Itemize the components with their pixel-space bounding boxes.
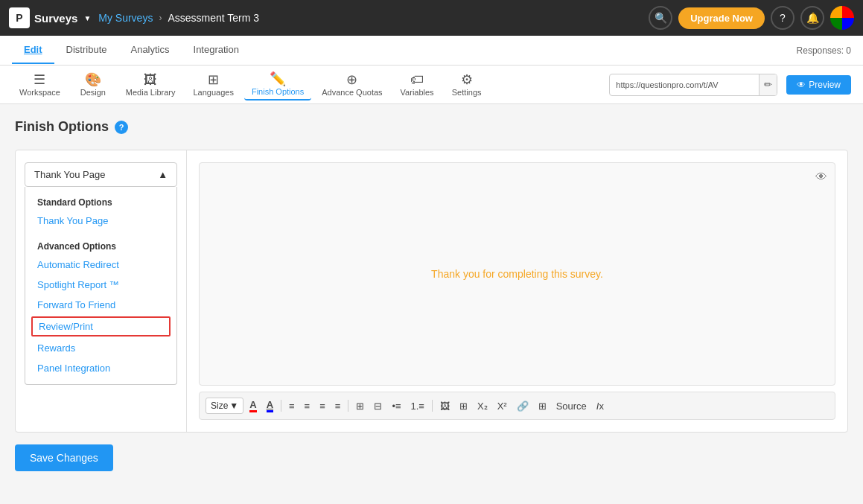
align-right-button[interactable]: ≡: [316, 398, 329, 414]
top-nav-actions: 🔍 Upgrade Now ? 🔔: [649, 6, 854, 30]
url-edit-button[interactable]: ✏: [759, 74, 777, 95]
sub-navigation: Edit Distribute Analytics Integration Re…: [0, 36, 863, 66]
nav-distribute[interactable]: Distribute: [54, 36, 119, 64]
finish-options-icon: ✏️: [270, 72, 286, 86]
app-dropdown-arrow[interactable]: ▼: [83, 14, 91, 22]
subscript-button[interactable]: X₂: [474, 398, 491, 414]
font-color-button[interactable]: A: [246, 397, 260, 415]
link-button[interactable]: 🔗: [513, 398, 532, 414]
toolbar-media-label: Media Library: [126, 88, 176, 97]
content-area: Thank You Page ▲ Standard Options Thank …: [15, 150, 848, 433]
app-logo[interactable]: P Surveys ▼: [9, 7, 91, 28]
toolbar-separator-1: [281, 400, 281, 412]
design-icon: 🎨: [85, 73, 101, 86]
font-highlight-button[interactable]: A: [263, 397, 277, 415]
toolbar-variables[interactable]: 🏷 Variables: [393, 70, 442, 100]
align-left-button[interactable]: ≡: [285, 398, 299, 414]
help-button[interactable]: ?: [771, 6, 794, 30]
editor-preview-text: Thank you for completing this survey.: [431, 268, 603, 280]
page-title: Finish Options: [15, 119, 109, 135]
breadcrumb-my-surveys[interactable]: My Surveys: [98, 12, 153, 24]
superscript-button[interactable]: X²: [494, 398, 511, 414]
editor-preview: Thank you for completing this survey. 👁: [199, 162, 835, 386]
toolbar-design-label: Design: [80, 88, 106, 97]
nav-analytics[interactable]: Analytics: [118, 36, 181, 64]
size-dropdown[interactable]: Size ▼: [206, 398, 243, 414]
toolbar-settings[interactable]: ⚙ Settings: [445, 70, 489, 100]
toolbar-advance-quotas[interactable]: ⊕ Advance Quotas: [314, 70, 389, 100]
toolbar-advance-label: Advance Quotas: [322, 88, 382, 97]
media-library-icon: 🖼: [144, 73, 157, 86]
advance-quotas-icon: ⊕: [346, 73, 357, 86]
main-content: Finish Options ? Thank You Page ▲ Standa…: [0, 104, 863, 504]
toolbar-finish-options[interactable]: ✏️ Finish Options: [244, 69, 311, 101]
indent-decrease-button[interactable]: ⊟: [370, 398, 386, 414]
page-help-icon[interactable]: ?: [115, 121, 128, 134]
app-name: Surveys: [34, 12, 77, 25]
top-navigation: P Surveys ▼ My Surveys › Assessment Term…: [0, 0, 863, 36]
align-center-button[interactable]: ≡: [301, 398, 314, 414]
clear-format-button[interactable]: Ix: [593, 398, 608, 414]
image-button[interactable]: 🖼: [436, 398, 453, 414]
standard-options-label: Standard Options: [25, 193, 176, 211]
source-label: Source: [556, 401, 587, 412]
sidebar-dropdown-button[interactable]: Thank You Page ▲: [25, 162, 177, 187]
settings-icon: ⚙: [461, 73, 473, 86]
sidebar-item-spotlight-report[interactable]: Spotlight Report ™: [25, 275, 176, 295]
preview-icon: 👁: [797, 80, 806, 90]
save-changes-button[interactable]: Save Changes: [15, 444, 113, 471]
preview-label: Preview: [809, 80, 841, 90]
sidebar-dropdown: Thank You Page ▲ Standard Options Thank …: [25, 162, 177, 385]
size-dropdown-arrow: ▼: [229, 401, 238, 411]
sidebar-dropdown-label: Thank You Page: [34, 169, 105, 180]
toolbar-settings-label: Settings: [452, 88, 482, 97]
main-toolbar: ☰ Workspace 🎨 Design 🖼 Media Library ⊞ L…: [0, 66, 863, 104]
breadcrumb-separator: ›: [159, 13, 162, 23]
sidebar-item-thank-you-page[interactable]: Thank You Page: [25, 211, 176, 231]
preview-button[interactable]: 👁 Preview: [786, 75, 851, 95]
logo-icon: P: [9, 7, 30, 28]
sidebar-dropdown-menu: Standard Options Thank You Page Advanced…: [25, 187, 177, 385]
nav-integration[interactable]: Integration: [182, 36, 251, 64]
url-input[interactable]: [610, 80, 759, 89]
sidebar-item-forward-to-friend[interactable]: Forward To Friend: [25, 295, 176, 315]
toolbar-workspace[interactable]: ☰ Workspace: [12, 70, 68, 100]
variables-icon: 🏷: [410, 73, 424, 86]
avatar-button[interactable]: [830, 6, 854, 30]
unordered-list-button[interactable]: •≡: [388, 398, 404, 414]
special-char-button[interactable]: ⊞: [535, 398, 550, 414]
sidebar-item-review-print[interactable]: Review/Print: [31, 316, 171, 336]
breadcrumb: My Surveys › Assessment Term 3: [98, 12, 641, 24]
source-button[interactable]: Source: [552, 398, 590, 414]
toolbar-workspace-label: Workspace: [19, 88, 60, 97]
sidebar-item-panel-integration[interactable]: Panel Integration: [25, 358, 176, 378]
toolbar-separator-2: [348, 400, 348, 412]
breadcrumb-current-page: Assessment Term 3: [168, 12, 259, 24]
toolbar-languages[interactable]: ⊞ Languages: [185, 70, 241, 100]
toolbar-finish-label: Finish Options: [252, 87, 304, 96]
toolbar-media-library[interactable]: 🖼 Media Library: [118, 70, 183, 100]
dropdown-up-arrow-icon: ▲: [158, 169, 168, 180]
upgrade-button[interactable]: Upgrade Now: [678, 7, 765, 29]
advanced-options-label: Advanced Options: [25, 237, 176, 255]
sidebar-item-rewards[interactable]: Rewards: [25, 338, 176, 358]
ordered-list-button[interactable]: 1.≡: [407, 398, 428, 414]
sidebar: Thank You Page ▲ Standard Options Thank …: [16, 150, 187, 432]
editor-area: Thank you for completing this survey. 👁 …: [187, 150, 847, 432]
sidebar-item-automatic-redirect[interactable]: Automatic Redirect: [25, 255, 176, 275]
page-title-row: Finish Options ?: [15, 119, 848, 135]
responses-count: Responses: 0: [797, 45, 851, 56]
search-button[interactable]: 🔍: [649, 6, 672, 30]
toolbar-design[interactable]: 🎨 Design: [71, 70, 115, 100]
workspace-icon: ☰: [34, 73, 45, 86]
nav-edit[interactable]: Edit: [12, 36, 54, 64]
notifications-button[interactable]: 🔔: [800, 6, 824, 30]
toolbar-languages-label: Languages: [193, 88, 233, 97]
editor-eye-icon[interactable]: 👁: [815, 170, 827, 184]
languages-icon: ⊞: [208, 73, 219, 86]
indent-increase-button[interactable]: ⊞: [352, 398, 368, 414]
align-justify-button[interactable]: ≡: [331, 398, 345, 414]
toolbar-separator-3: [432, 400, 433, 412]
editor-toolbar: Size ▼ A A ≡ ≡ ≡ ≡ ⊞ ⊟ •≡ 1.≡ 🖼 ⊞ X₂ X²: [199, 392, 835, 420]
table-button[interactable]: ⊞: [456, 398, 471, 414]
